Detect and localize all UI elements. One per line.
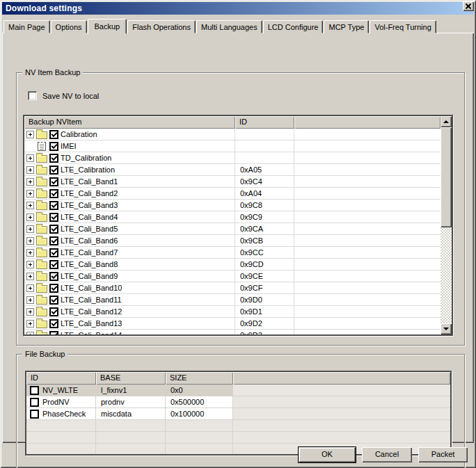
table-row[interactable]: LTE_Cali_Band10x9C4 [24, 176, 441, 188]
plus-expander-icon[interactable] [26, 296, 34, 304]
table-row[interactable]: Calibration [24, 129, 441, 140]
plus-expander-icon[interactable] [26, 284, 34, 292]
item-checkbox[interactable] [49, 177, 58, 186]
table-row[interactable]: LTE_Cali_Band130x9D2 [24, 318, 441, 330]
table-row[interactable]: TD_Calibration [24, 152, 441, 164]
plus-expander-icon[interactable] [26, 249, 34, 257]
file-column-header-base[interactable]: BASE [96, 372, 166, 385]
empty-cell [166, 432, 233, 443]
table-row[interactable]: LTE_Cali_Band120x9D1 [24, 306, 441, 318]
plus-expander-icon[interactable] [26, 273, 34, 280]
tab-vol-freq-turning[interactable]: Vol-Freq Turning [370, 20, 436, 33]
item-checkbox[interactable] [49, 260, 58, 269]
file-checkbox[interactable] [30, 410, 39, 419]
nv-table-scrollbar[interactable] [441, 116, 452, 334]
item-checkbox[interactable] [49, 189, 58, 198]
table-row[interactable]: ProdNVprodnv0x500000 [26, 396, 450, 408]
file-checkbox[interactable] [30, 386, 39, 395]
plus-expander-icon[interactable] [26, 154, 34, 162]
table-row[interactable]: LTE_Cali_Band90x9CE [24, 271, 441, 282]
tab-backup[interactable]: Backup [88, 19, 127, 34]
cancel-button[interactable]: Cancel [362, 447, 412, 462]
plus-expander-icon[interactable] [26, 237, 34, 245]
item-checkbox[interactable] [49, 296, 58, 305]
file-checkbox[interactable] [30, 398, 39, 407]
nv-column-header-id[interactable]: ID [235, 116, 294, 129]
tab-options[interactable]: Options [51, 20, 87, 33]
nv-column-header-backup-nvitem[interactable]: Backup NVItem [24, 116, 235, 129]
item-checkbox[interactable] [49, 307, 58, 316]
download-settings-dialog: Download settings Main PageOptionsBackup… [0, 0, 476, 468]
folder-icon [36, 321, 47, 328]
plus-expander-icon[interactable] [26, 202, 34, 209]
tab-mcp-type[interactable]: MCP Type [324, 20, 369, 33]
file-column-header-empty[interactable] [233, 372, 450, 385]
table-row[interactable]: LTE_Cali_Band30x9C8 [24, 200, 441, 211]
packet-button[interactable]: Packet [418, 447, 468, 462]
item-checkbox[interactable] [49, 142, 58, 151]
table-row[interactable]: LTE_Cali_Band40x9C9 [24, 211, 441, 223]
plus-expander-icon[interactable] [26, 308, 34, 316]
table-row[interactable]: PhaseCheckmiscdata0x100000 [26, 408, 450, 420]
save-nv-checkbox-row[interactable]: Save NV to local [28, 91, 99, 100]
file-column-header-id[interactable]: ID [26, 372, 96, 385]
ok-button[interactable]: OK [299, 447, 356, 462]
item-checkbox[interactable] [49, 130, 58, 139]
nv-item-label: LTE_Cali_Band14 [61, 331, 122, 334]
item-checkbox[interactable] [49, 225, 58, 234]
plus-expander-icon[interactable] [26, 166, 34, 174]
item-checkbox[interactable] [49, 213, 58, 222]
table-row[interactable]: LTE_Cali_Band20xA04 [24, 188, 441, 200]
plus-expander-icon[interactable] [26, 178, 34, 186]
folder-icon [36, 332, 47, 335]
nv-item-cell: LTE_Cali_Band2 [24, 188, 235, 199]
scroll-down-button[interactable] [441, 323, 452, 334]
tab-multi-languages[interactable]: Multi Languages [196, 20, 262, 33]
nv-item-cell: LTE_Calibration [24, 164, 235, 175]
item-checkbox[interactable] [49, 319, 58, 328]
table-row[interactable]: LTE_Cali_Band70x9CC [24, 247, 441, 259]
table-row[interactable]: LTE_Cali_Band50x9CA [24, 223, 441, 235]
plus-expander-icon[interactable] [26, 320, 34, 328]
tab-lcd-configure[interactable]: LCD Configure [263, 20, 324, 33]
table-row[interactable]: LTE_Cali_Band100x9CF [24, 282, 441, 294]
nv-item-id [235, 152, 294, 163]
item-checkbox[interactable] [49, 272, 58, 281]
table-row[interactable]: IMEI [24, 140, 441, 152]
item-checkbox[interactable] [49, 166, 58, 175]
plus-expander-icon[interactable] [26, 131, 34, 138]
item-checkbox[interactable] [49, 284, 58, 293]
table-row[interactable]: LTE_Cali_Band60x9CB [24, 235, 441, 247]
item-checkbox[interactable] [49, 201, 58, 210]
table-row[interactable]: LTE_Cali_Band80x9CD [24, 259, 441, 271]
save-nv-checkbox[interactable] [28, 91, 37, 100]
table-row[interactable]: LTE_Cali_Band140x9D3 [24, 330, 441, 334]
plus-expander-icon[interactable] [26, 190, 34, 197]
table-row[interactable]: NV_WLTEl_fixnv10x0 [26, 385, 450, 396]
scrollbar-thumb[interactable] [441, 127, 452, 227]
tab-flash-operations[interactable]: Flash Operations [127, 20, 196, 33]
file-column-header-size[interactable]: SIZE [166, 372, 233, 385]
plus-expander-icon[interactable] [26, 225, 34, 233]
item-checkbox[interactable] [49, 236, 58, 245]
nv-item-label: LTE_Cali_Band4 [61, 213, 118, 221]
scroll-up-button[interactable] [441, 116, 452, 127]
nv-item-id: 0x9D3 [235, 330, 294, 334]
folder-icon [36, 273, 47, 281]
nv-item-label: LTE_Cali_Band1 [61, 177, 118, 186]
plus-expander-icon[interactable] [26, 332, 34, 335]
nv-column-header-empty[interactable] [294, 116, 441, 129]
plus-expander-icon[interactable] [26, 213, 34, 221]
tab-main-page[interactable]: Main Page [3, 20, 50, 33]
plus-expander-icon[interactable] [26, 261, 34, 268]
folder-icon [36, 167, 47, 175]
nv-item-extra-cell [294, 164, 441, 175]
table-row[interactable]: LTE_Calibration0xA05 [24, 164, 441, 176]
window-title: Download settings [6, 3, 82, 13]
item-checkbox[interactable] [49, 248, 58, 257]
nv-item-id: 0x9CE [235, 271, 294, 282]
item-checkbox[interactable] [49, 331, 58, 335]
table-row[interactable]: LTE_Cali_Band110x9D0 [24, 294, 441, 306]
item-checkbox[interactable] [49, 154, 58, 163]
close-button[interactable] [463, 1, 474, 11]
